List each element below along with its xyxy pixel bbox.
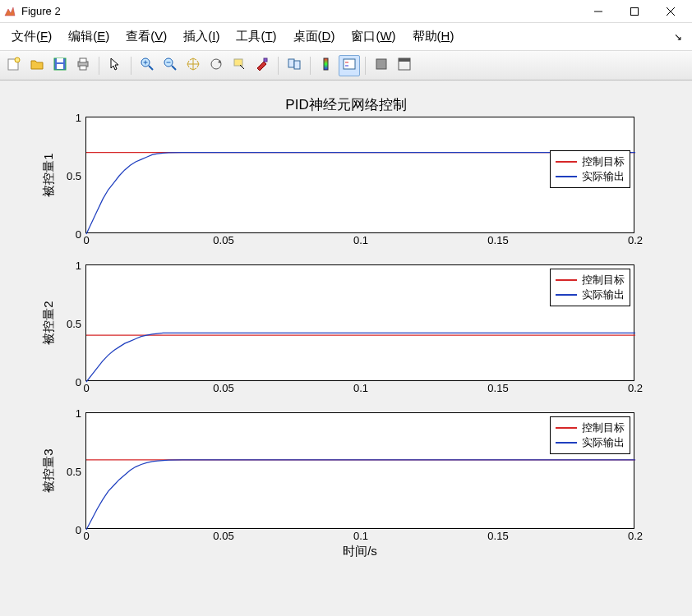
ytick: 0 — [76, 524, 81, 536]
svg-rect-32 — [399, 58, 410, 62]
toolbar-separator — [131, 57, 131, 75]
data-cursor-button[interactable] — [228, 55, 250, 76]
xtick: 0.2 — [628, 382, 643, 394]
legend-1[interactable]: 控制目标实际输出 — [550, 150, 630, 188]
new-figure-icon — [7, 57, 21, 75]
print-icon — [76, 57, 90, 75]
xtick: 0.05 — [213, 530, 233, 542]
legend-swatch — [556, 294, 577, 296]
ytick: 1 — [76, 407, 81, 420]
svg-line-13 — [149, 66, 153, 70]
rotate-button[interactable] — [205, 55, 227, 76]
menu-f[interactable]: 文件(F) — [5, 25, 58, 48]
svg-line-17 — [172, 66, 176, 70]
save-button[interactable] — [49, 55, 71, 76]
menu-w[interactable]: 窗口(W) — [344, 25, 402, 48]
subplot-3: 00.050.10.150.200.51被控量3时间/s控制目标实际输出 — [85, 412, 634, 529]
svg-rect-20 — [234, 59, 242, 66]
legend-entry: 实际输出 — [556, 287, 625, 302]
dock-icon — [397, 57, 412, 75]
xtick: 0 — [83, 530, 89, 542]
menu-v[interactable]: 查看(V) — [119, 25, 173, 48]
close-button[interactable] — [653, 1, 689, 22]
xlabel: 时间/s — [343, 544, 377, 559]
legend-2[interactable]: 控制目标实际输出 — [550, 269, 630, 306]
xtick: 0.05 — [213, 234, 233, 246]
ytick: 0.5 — [67, 466, 81, 478]
pan-button[interactable] — [182, 55, 204, 76]
minimize-button[interactable] — [580, 1, 616, 22]
hide-button[interactable] — [371, 55, 392, 76]
svg-point-5 — [15, 57, 20, 62]
menu-h[interactable]: 帮助(H) — [406, 25, 461, 48]
ytick: 0 — [76, 228, 81, 241]
zoom-in-button[interactable] — [136, 55, 158, 76]
brush-icon — [255, 57, 270, 75]
pointer-button[interactable] — [104, 55, 126, 76]
link-button[interactable] — [284, 55, 305, 76]
maximize-button[interactable] — [616, 1, 653, 22]
open-icon — [30, 57, 44, 75]
menu-e[interactable]: 编辑(E) — [62, 25, 116, 48]
xtick: 0 — [83, 382, 89, 394]
legend-swatch — [556, 427, 577, 429]
xtick: 0.2 — [628, 234, 643, 246]
open-button[interactable] — [26, 55, 48, 76]
xtick: 0.2 — [628, 530, 643, 542]
legend-button[interactable] — [339, 55, 360, 76]
legend-label: 实际输出 — [582, 169, 625, 184]
legend-icon — [342, 57, 357, 75]
legend-swatch — [556, 279, 577, 281]
legend-label: 控制目标 — [582, 273, 625, 287]
pointer-icon — [108, 57, 122, 75]
svg-rect-27 — [344, 59, 355, 69]
legend-swatch — [556, 176, 577, 177]
print-button[interactable] — [72, 55, 94, 76]
ytick: 0.5 — [67, 318, 81, 330]
axes-1[interactable]: 00.050.10.150.200.51被控量1控制目标实际输出 — [85, 117, 634, 233]
legend-entry: 控制目标 — [556, 421, 625, 435]
legend-label: 实际输出 — [582, 287, 625, 302]
xtick: 0.15 — [487, 530, 508, 542]
svg-rect-11 — [80, 66, 86, 70]
ytick: 1 — [76, 260, 81, 272]
colorbar-button[interactable] — [316, 55, 337, 76]
axes-2[interactable]: 00.050.10.150.200.51被控量2控制目标实际输出 — [85, 264, 634, 381]
svg-rect-10 — [80, 58, 86, 62]
legend-entry: 控制目标 — [556, 273, 625, 287]
svg-rect-23 — [288, 59, 294, 67]
xtick: 0.05 — [213, 382, 233, 394]
new-figure-button[interactable] — [3, 55, 25, 76]
xtick: 0.15 — [487, 234, 508, 246]
menu-i[interactable]: 插入(I) — [177, 25, 226, 48]
brush-button[interactable] — [251, 55, 273, 76]
zoom-out-icon — [163, 57, 178, 75]
data-cursor-icon — [232, 57, 247, 75]
xtick: 0.15 — [487, 382, 508, 394]
zoom-out-button[interactable] — [159, 55, 181, 76]
svg-rect-8 — [57, 58, 63, 62]
xtick: 0.1 — [353, 234, 368, 246]
subplot-2: 00.050.10.150.200.51被控量2控制目标实际输出 — [85, 264, 634, 381]
colorbar-icon — [319, 57, 334, 75]
dock-button[interactable] — [394, 55, 415, 76]
xtick: 0 — [83, 234, 89, 246]
xtick: 0.1 — [353, 530, 368, 542]
legend-3[interactable]: 控制目标实际输出 — [550, 416, 630, 454]
menu-d[interactable]: 桌面(D) — [287, 25, 342, 48]
svg-rect-25 — [324, 58, 328, 70]
menubar-overflow-icon[interactable]: ↘ — [669, 30, 687, 44]
axes-3[interactable]: 00.050.10.150.200.51被控量3时间/s控制目标实际输出 — [85, 412, 634, 529]
legend-label: 实际输出 — [582, 435, 625, 450]
link-icon — [287, 57, 302, 75]
legend-entry: 控制目标 — [556, 154, 625, 169]
ytick: 1 — [76, 112, 81, 124]
toolbar-separator — [310, 57, 311, 75]
menubar: 文件(F)编辑(E)查看(V)插入(I)工具(T)桌面(D)窗口(W)帮助(H)… — [0, 23, 692, 51]
ytick: 0 — [76, 376, 81, 388]
figure-canvas: PID神经元网络控制 00.050.10.150.200.51被控量1控制目标实… — [0, 80, 692, 616]
ylabel-2: 被控量2 — [41, 301, 57, 344]
legend-label: 控制目标 — [582, 154, 625, 169]
menu-t[interactable]: 工具(T) — [229, 25, 283, 48]
series-实际输出 — [86, 460, 635, 530]
